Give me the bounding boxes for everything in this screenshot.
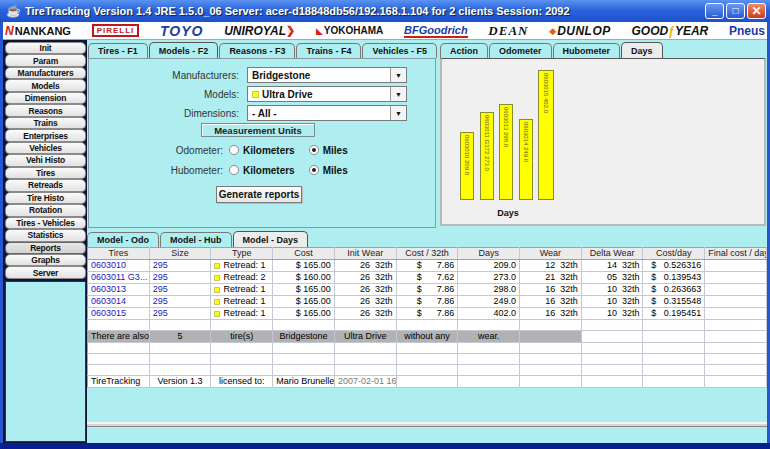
table-cell: 2007-02-01 16:.. [334,376,396,388]
sidebar-item-vehicles[interactable]: Vehicles [5,142,86,154]
table-row-data[interactable]: 0603011 G3...295Retread: 2$ 160.0026 32t… [88,272,767,284]
table-cell: There are also [88,331,150,343]
table-row-footer: TireTrackingVersion 1.3licensed to:Mario… [88,376,767,388]
column-header-days[interactable]: Days [458,248,520,260]
sidebar-item-enterprises[interactable]: Enterprises [5,129,86,141]
combo-dimensions[interactable]: - All -▼ [247,105,407,121]
table-cell [520,354,582,365]
radio-odometer-kilometers[interactable]: Kilometers [229,145,295,156]
table-cell: 0603011 G3... [88,272,150,284]
selection-form-panel: Tires - F1Models - F2Reasons - F3Trains … [88,42,436,228]
chart-bar-0603013[interactable]: 0603013 298.0 [499,104,513,200]
sidebar-item-tire-histo[interactable]: Tire Histo [5,192,86,204]
tab-models-f2[interactable]: Models - F2 [149,42,219,58]
column-header-cost-32th[interactable]: Cost / 32th [396,248,458,260]
sidebar-item-graphs[interactable]: Graphs [5,254,86,266]
table-tab-model-odo[interactable]: Model - Odo [87,232,159,247]
table-cell: 295 [149,308,211,320]
column-header-type[interactable]: Type [211,248,273,260]
table-cell: 0603015 [88,308,150,320]
table-cell [705,308,767,320]
sidebar-item-dimension[interactable]: Dimension [5,92,86,104]
sidebar-item-tires[interactable]: Tires [5,167,86,179]
measurement-units-button[interactable]: Measurement Units [201,123,315,137]
table-cell: Mario Brunelle [273,376,335,388]
column-header-init-wear[interactable]: Init Wear [334,248,396,260]
radio-odometer-miles[interactable]: Miles [309,145,348,156]
generate-reports-button[interactable]: Generate reports [216,186,302,203]
sidebar-item-vehi-histo[interactable]: Vehi Histo [5,154,86,166]
brand-logo-bfgoodrich: BFGoodrich [404,24,468,38]
table-cell: $ 7.86 [396,296,458,308]
table-row-data[interactable]: 0603013295Retread: 1$ 165.0026 32th$ 7.8… [88,284,767,296]
table-cell: 26 32th [334,260,396,272]
combo-manufacturers[interactable]: Bridgestone▼ [247,67,407,83]
sidebar-item-reasons[interactable]: Reasons [5,104,86,116]
sidebar-item-models[interactable]: Models [5,79,86,91]
close-button[interactable]: ✕ [747,3,766,19]
title-bar[interactable]: ☕ TireTracking Version 1.4 JRE 1.5.0_06 … [0,0,770,22]
chevron-down-icon[interactable]: ▼ [390,87,406,101]
table-cell [705,284,767,296]
sidebar-item-manufacturers[interactable]: Manufacturers [5,67,86,79]
form-content: Manufacturers:Bridgestone▼Models:Ultra D… [88,58,436,228]
sidebar-item-init[interactable]: Init [5,42,86,54]
tab-tires-f1[interactable]: Tires - F1 [88,43,148,58]
column-header-size[interactable]: Size [149,248,211,260]
chevron-down-icon[interactable]: ▼ [390,68,406,82]
chart-bar-0603015[interactable]: 0603015 402.0 [538,70,554,200]
form-row-dimensions: Dimensions:- All -▼ [89,105,435,121]
tab-vehicles-f5[interactable]: Vehicles - F5 [362,43,437,58]
sidebar-item-trains[interactable]: Trains [5,117,86,129]
table-cell: $ 165.00 [273,260,335,272]
sidebar-item-statistics[interactable]: Statistics [5,229,86,241]
column-header-wear[interactable]: Wear [520,248,582,260]
sidebar-item-rotation[interactable]: Rotation [5,204,86,216]
sidebar-item-server[interactable]: Server [5,266,86,278]
sidebar-item-reports[interactable]: Reports [5,242,86,254]
table-cell [273,320,335,331]
chart-bar-0603010[interactable]: 0603010 209.0 [460,132,474,200]
sidebar-item-tires-vehicles[interactable]: Tires - Vehicles [5,217,86,229]
table-row-data[interactable]: 0603010295Retread: 1$ 165.0026 32th$ 7.8… [88,260,767,272]
column-header-delta-wear[interactable]: Delta Wear [581,248,643,260]
tab-trains-f4[interactable]: Trains - F4 [296,43,361,58]
chart-tab-days[interactable]: Days [621,42,663,58]
combo-value-models: Ultra Drive [248,89,390,100]
table-row-data[interactable]: 0603015295Retread: 1$ 165.0026 32th$ 7.8… [88,308,767,320]
column-header-cost[interactable]: Cost [273,248,335,260]
sidebar-item-retreads[interactable]: Retreads [5,179,86,191]
tab-reasons-f3[interactable]: Reasons - F3 [219,43,295,58]
sidebar-item-param[interactable]: Param [5,54,86,66]
form-tab-row: Tires - F1Models - F2Reasons - F3Trains … [88,42,436,58]
combo-models[interactable]: Ultra Drive▼ [247,86,407,102]
maximize-button[interactable]: □ [726,3,745,19]
table-cell [334,365,396,376]
table-cell: Version 1.3 [149,376,211,388]
table-tab-model-hub[interactable]: Model - Hub [160,232,232,247]
column-header-tires[interactable]: Tires [88,248,150,260]
table-cell: 10 32th [581,284,643,296]
chart-bar-0603014[interactable]: 0603014 249.0 [519,119,533,200]
brand-logo-nankang: NNANKANG [5,24,71,38]
report-table-panel: Model - OdoModel - HubModel - Days Tires… [87,231,767,388]
table-cell: Retread: 1 [211,296,273,308]
table-row-data[interactable]: 0603014295Retread: 1$ 165.0026 32th$ 7.8… [88,296,767,308]
table-cell [396,320,458,331]
table-tab-model-days[interactable]: Model - Days [233,231,309,247]
column-header-cost-day[interactable]: Cost/day [643,248,705,260]
radio-hubometer-miles[interactable]: Miles [309,165,348,176]
brand-logo-dean: DEAN [488,23,528,39]
horizontal-split-divider[interactable] [87,422,767,427]
column-header-final-cost-day[interactable]: Final cost / day [705,248,767,260]
chart-tab-odometer[interactable]: Odometer [489,43,552,58]
minimize-button[interactable]: _ [705,3,724,19]
chevron-down-icon[interactable]: ▼ [390,106,406,120]
form-row-models: Models:Ultra Drive▼ [89,86,435,102]
chart-bar-0603011-g372[interactable]: 0603011 G372 273.0 [480,112,494,200]
report-table: TiresSizeTypeCostInit WearCost / 32thDay… [87,247,767,388]
radio-hubometer-kilometers[interactable]: Kilometers [229,165,295,176]
chart-tab-hubometer[interactable]: Hubometer [553,43,621,58]
chart-tab-action[interactable]: Action [440,43,488,58]
table-cell: Retread: 1 [211,284,273,296]
